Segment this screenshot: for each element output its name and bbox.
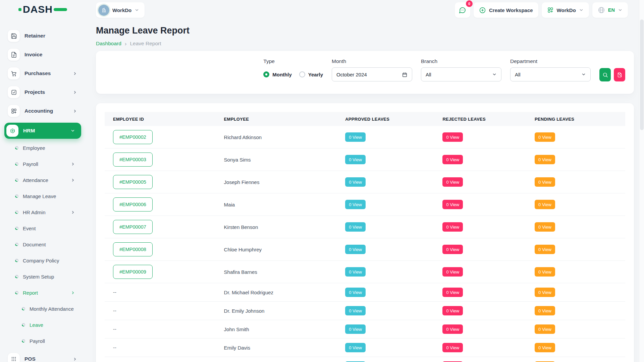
scrollbar-thumb[interactable]	[640, 19, 644, 130]
page-scrollbar[interactable]	[639, 0, 644, 362]
pending-leaves-badge[interactable]: 0 View	[535, 132, 555, 142]
approved-leaves-badge[interactable]: 0 View	[345, 324, 366, 334]
rejected-leaves-badge[interactable]: 0 View	[442, 222, 463, 232]
pending-leaves-badge[interactable]: 0 View	[535, 177, 555, 187]
sidebar-item-report[interactable]: Report	[4, 285, 87, 301]
workspace-dropdown[interactable]: WorkDo	[542, 2, 589, 18]
approved-leaves-cell: 0 View	[337, 357, 434, 362]
employee-name: John Smith	[216, 320, 337, 339]
approved-leaves-badge[interactable]: 0 View	[345, 177, 366, 187]
rejected-leaves-cell: 0 View	[434, 238, 526, 261]
sidebar-item-company-policy[interactable]: Company Policy	[4, 252, 87, 268]
pending-leaves-badge[interactable]: 0 View	[535, 222, 555, 232]
sidebar-item-payroll[interactable]: Payroll	[4, 156, 87, 172]
pending-leaves-badge[interactable]: 0 View	[535, 288, 555, 297]
create-workspace-button[interactable]: Create Workspace	[474, 2, 538, 18]
rejected-leaves-badge[interactable]: 0 View	[442, 267, 463, 277]
approved-leaves-badge[interactable]: 0 View	[345, 245, 366, 254]
sidebar-item-hr-admin[interactable]: HR Admin	[4, 204, 87, 220]
type-yearly-radio[interactable]: Yearly	[299, 71, 323, 77]
approved-leaves-badge[interactable]: 0 View	[345, 288, 366, 297]
employee-id-empty: --	[113, 308, 116, 313]
team-icon	[6, 125, 18, 137]
employee-id-button[interactable]: #EMP00008	[113, 242, 153, 256]
workspace-switcher[interactable]: WorkDo	[96, 2, 145, 18]
rejected-leaves-badge[interactable]: 0 View	[442, 324, 463, 334]
pending-leaves-badge[interactable]: 0 View	[535, 324, 555, 334]
chevron-down-icon	[581, 72, 586, 77]
sidebar-item-payroll[interactable]: Payroll	[4, 333, 87, 349]
approved-leaves-badge[interactable]: 0 View	[345, 306, 366, 315]
month-filter-group: Month October 2024	[332, 58, 412, 81]
sidebar-item-leave[interactable]: Leave	[4, 317, 87, 333]
employee-name: Shafira Barnes	[216, 261, 337, 283]
approved-leaves-badge[interactable]: 0 View	[345, 343, 366, 352]
type-monthly-radio[interactable]: Monthly	[263, 71, 292, 77]
pending-leaves-badge[interactable]: 0 View	[535, 343, 555, 352]
employee-name: Dr. Emily Johnson	[216, 302, 337, 320]
department-select[interactable]: All	[510, 67, 591, 81]
sidebar-item-projects[interactable]: Projects	[4, 83, 87, 102]
pending-leaves-cell: 0 View	[526, 320, 625, 339]
branch-select[interactable]: All	[421, 67, 501, 81]
sidebar-item-retainer[interactable]: Retainer	[4, 26, 87, 45]
bullet-icon	[15, 291, 18, 294]
approved-leaves-badge[interactable]: 0 View	[345, 267, 366, 277]
sidebar-item-invoice[interactable]: Invoice	[4, 45, 87, 64]
breadcrumb-dashboard-link[interactable]: Dashboard	[96, 41, 121, 47]
pending-leaves-badge[interactable]: 0 View	[535, 155, 555, 164]
month-input[interactable]: October 2024	[332, 67, 412, 81]
rejected-leaves-badge[interactable]: 0 View	[442, 306, 463, 315]
file-off-icon	[617, 72, 623, 78]
sidebar-item-system-setup[interactable]: System Setup	[4, 268, 87, 285]
employee-id-button[interactable]: #EMP00005	[113, 175, 153, 189]
branch-label: Branch	[421, 58, 501, 64]
breadcrumb: Dashboard › Leave Report	[96, 41, 634, 47]
rejected-leaves-badge[interactable]: 0 View	[442, 132, 463, 142]
employee-id-button[interactable]: #EMP00009	[113, 265, 153, 279]
sidebar-item-hrm[interactable]: HRM	[4, 123, 81, 139]
rejected-leaves-badge[interactable]: 0 View	[442, 288, 463, 297]
table-header-row: EMPLOYEE ID EMPLOYEE APPROVED LEAVES REJ…	[105, 112, 625, 126]
sidebar-item-event[interactable]: Event	[4, 220, 87, 236]
pending-leaves-badge[interactable]: 0 View	[535, 267, 555, 277]
bullet-icon	[15, 259, 18, 262]
employee-id-button[interactable]: #EMP00007	[113, 220, 153, 234]
messages-button[interactable]: 0	[455, 2, 470, 18]
sidebar-item-pos[interactable]: POS	[4, 350, 87, 362]
approved-leaves-badge[interactable]: 0 View	[345, 132, 366, 142]
reset-filter-button[interactable]	[614, 68, 625, 81]
sidebar-item-manage-leave[interactable]: Manage Leave	[4, 188, 87, 204]
sidebar-item-employee[interactable]: Employee	[4, 140, 87, 156]
approved-leaves-badge[interactable]: 0 View	[345, 155, 366, 164]
employee-id-button[interactable]: #EMP00006	[113, 197, 153, 212]
brand-logo[interactable]: DASH	[18, 4, 67, 14]
language-selector[interactable]: EN	[592, 2, 628, 18]
sidebar-item-attendance[interactable]: Attendance	[4, 172, 87, 188]
sidebar-item-monthly-attendance[interactable]: Monthly Attendance	[4, 301, 87, 317]
rejected-leaves-badge[interactable]: 0 View	[442, 200, 463, 209]
chevron-down-icon	[579, 8, 584, 12]
rejected-leaves-badge[interactable]: 0 View	[442, 155, 463, 164]
approved-leaves-badge[interactable]: 0 View	[345, 222, 366, 232]
chat-icon	[459, 6, 466, 14]
employee-id-button[interactable]: #EMP00002	[113, 130, 153, 144]
pending-leaves-badge[interactable]: 0 View	[535, 306, 555, 315]
search-button[interactable]	[599, 68, 611, 81]
employee-name: Emily Davis	[216, 339, 337, 357]
pending-leaves-cell: 0 View	[526, 302, 625, 320]
sidebar-item-purchases[interactable]: Purchases	[4, 64, 87, 83]
sidebar-item-document[interactable]: Document	[4, 236, 87, 252]
rejected-leaves-badge[interactable]: 0 View	[442, 177, 463, 187]
pending-leaves-badge[interactable]: 0 View	[535, 245, 555, 254]
radio-selected-icon	[263, 71, 269, 77]
approved-leaves-badge[interactable]: 0 View	[345, 200, 366, 209]
sidebar-item-accounting[interactable]: Accounting	[4, 102, 87, 120]
employee-id-button[interactable]: #EMP00003	[113, 153, 153, 167]
rejected-leaves-badge[interactable]: 0 View	[442, 245, 463, 254]
table-row: #EMP00006 Maia 0 View 0 View 0 View	[105, 193, 625, 216]
pending-leaves-badge[interactable]: 0 View	[535, 200, 555, 209]
rejected-leaves-badge[interactable]: 0 View	[442, 343, 463, 352]
table-row: -- John Smith 0 View 0 View 0 View	[105, 320, 625, 339]
main-content: Manage Leave Report Dashboard › Leave Re…	[96, 19, 634, 362]
